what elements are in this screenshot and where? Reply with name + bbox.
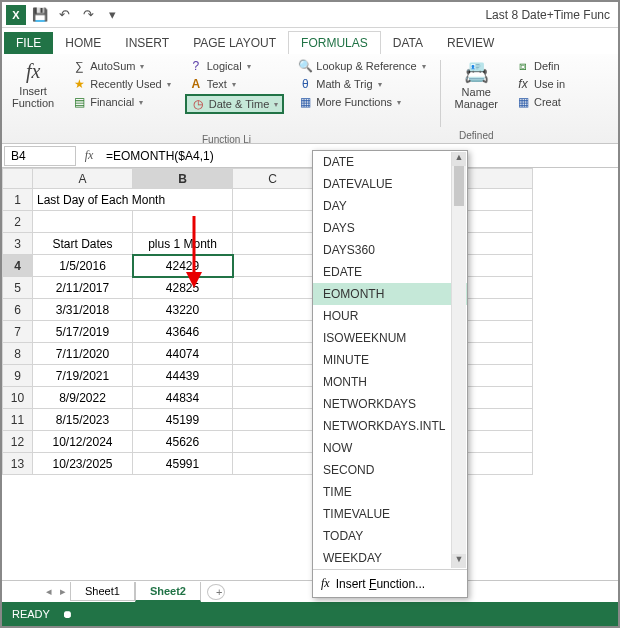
row-header-12[interactable]: 12: [3, 431, 33, 453]
menu-item-minute[interactable]: MINUTE: [313, 349, 467, 371]
cell-A7[interactable]: 5/17/2019: [33, 321, 133, 343]
scroll-up-icon[interactable]: ▲: [452, 152, 466, 166]
cell-A1[interactable]: Last Day of Each Month: [33, 189, 233, 211]
menu-item-eomonth[interactable]: EOMONTH: [313, 283, 467, 305]
menu-item-datevalue[interactable]: DATEVALUE: [313, 173, 467, 195]
sheet-nav-prev[interactable]: ◂: [42, 585, 56, 598]
menu-item-month[interactable]: MONTH: [313, 371, 467, 393]
sheet-tab-sheet2[interactable]: Sheet2: [135, 582, 201, 602]
scroll-thumb[interactable]: [454, 166, 464, 206]
row-header-9[interactable]: 9: [3, 365, 33, 387]
cell-A9[interactable]: 7/19/2021: [33, 365, 133, 387]
menu-item-hour[interactable]: HOUR: [313, 305, 467, 327]
cell-C2[interactable]: [233, 211, 313, 233]
logical-button[interactable]: ?Logical▾: [185, 58, 285, 74]
cell-C3[interactable]: [233, 233, 313, 255]
menu-item-day[interactable]: DAY: [313, 195, 467, 217]
worksheet-grid[interactable]: ABCDE1Last Day of Each Month23Start Date…: [2, 168, 618, 572]
cell-A5[interactable]: 2/11/2017: [33, 277, 133, 299]
cell-A3[interactable]: Start Dates: [33, 233, 133, 255]
text-button[interactable]: AText▾: [185, 76, 285, 92]
undo-icon[interactable]: ↶: [56, 7, 72, 23]
row-header-5[interactable]: 5: [3, 277, 33, 299]
cell-A2[interactable]: [33, 211, 133, 233]
row-header-4[interactable]: 4: [3, 255, 33, 277]
cell-B4[interactable]: 42429: [133, 255, 233, 277]
cell-B10[interactable]: 44834: [133, 387, 233, 409]
dropdown-scrollbar[interactable]: ▲ ▼: [451, 152, 466, 568]
save-icon[interactable]: 💾: [32, 7, 48, 23]
cell-A8[interactable]: 7/11/2020: [33, 343, 133, 365]
cell-C10[interactable]: [233, 387, 313, 409]
cell-A11[interactable]: 8/15/2023: [33, 409, 133, 431]
cell-B6[interactable]: 43220: [133, 299, 233, 321]
create-from-selection-button[interactable]: ▦Creat: [512, 94, 569, 110]
cell-B3[interactable]: plus 1 Month: [133, 233, 233, 255]
menu-item-isoweeknum[interactable]: ISOWEEKNUM: [313, 327, 467, 349]
financial-button[interactable]: ▤Financial▾: [68, 94, 175, 110]
cell-C4[interactable]: [233, 255, 313, 277]
menu-item-networkdays[interactable]: NETWORKDAYS: [313, 393, 467, 415]
tab-home[interactable]: HOME: [53, 32, 113, 54]
column-header-B[interactable]: B: [133, 169, 233, 189]
sheet-nav-next[interactable]: ▸: [56, 585, 70, 598]
cell-C1[interactable]: [233, 189, 313, 211]
menu-item-edate[interactable]: EDATE: [313, 261, 467, 283]
use-in-formula-button[interactable]: fxUse in: [512, 76, 569, 92]
name-box[interactable]: B4: [4, 146, 76, 166]
row-header-13[interactable]: 13: [3, 453, 33, 475]
define-name-button[interactable]: ⧈Defin: [512, 58, 569, 74]
cell-C12[interactable]: [233, 431, 313, 453]
cell-C7[interactable]: [233, 321, 313, 343]
scroll-down-icon[interactable]: ▼: [452, 554, 466, 568]
lookup-button[interactable]: 🔍Lookup & Reference▾: [294, 58, 429, 74]
cell-A4[interactable]: 1/5/2016: [33, 255, 133, 277]
tab-file[interactable]: FILE: [4, 32, 53, 54]
cell-C8[interactable]: [233, 343, 313, 365]
cell-B11[interactable]: 45199: [133, 409, 233, 431]
insert-function-button[interactable]: fx Insert Function: [8, 58, 58, 111]
menu-item-today[interactable]: TODAY: [313, 525, 467, 547]
fx-button[interactable]: fx: [78, 148, 100, 163]
menu-item-second[interactable]: SECOND: [313, 459, 467, 481]
menu-item-now[interactable]: NOW: [313, 437, 467, 459]
tab-data[interactable]: DATA: [381, 32, 435, 54]
macro-record-icon[interactable]: ⏺: [62, 608, 73, 620]
cell-B9[interactable]: 44439: [133, 365, 233, 387]
more-functions-button[interactable]: ▦More Functions▾: [294, 94, 429, 110]
autosum-button[interactable]: ∑AutoSum▾: [68, 58, 175, 74]
recently-used-button[interactable]: ★Recently Used▾: [68, 76, 175, 92]
menu-item-time[interactable]: TIME: [313, 481, 467, 503]
qat-customize-icon[interactable]: ▾: [104, 7, 120, 23]
sheet-tab-sheet1[interactable]: Sheet1: [70, 582, 135, 601]
row-header-11[interactable]: 11: [3, 409, 33, 431]
menu-item-timevalue[interactable]: TIMEVALUE: [313, 503, 467, 525]
cell-A10[interactable]: 8/9/2022: [33, 387, 133, 409]
tab-insert[interactable]: INSERT: [113, 32, 181, 54]
column-header-C[interactable]: C: [233, 169, 313, 189]
row-header-8[interactable]: 8: [3, 343, 33, 365]
menu-item-date[interactable]: DATE: [313, 151, 467, 173]
row-header-6[interactable]: 6: [3, 299, 33, 321]
date-time-button[interactable]: ◷Date & Time▾: [185, 94, 285, 114]
menu-item-networkdays-intl[interactable]: NETWORKDAYS.INTL: [313, 415, 467, 437]
cell-C13[interactable]: [233, 453, 313, 475]
row-header-7[interactable]: 7: [3, 321, 33, 343]
math-button[interactable]: θMath & Trig▾: [294, 76, 429, 92]
row-header-1[interactable]: 1: [3, 189, 33, 211]
menu-item-days[interactable]: DAYS: [313, 217, 467, 239]
name-manager-button[interactable]: 📇 Name Manager: [451, 58, 502, 112]
tab-page-layout[interactable]: PAGE LAYOUT: [181, 32, 288, 54]
cell-A12[interactable]: 10/12/2024: [33, 431, 133, 453]
cell-C9[interactable]: [233, 365, 313, 387]
cell-B2[interactable]: [133, 211, 233, 233]
row-header-10[interactable]: 10: [3, 387, 33, 409]
redo-icon[interactable]: ↷: [80, 7, 96, 23]
menu-item-days360[interactable]: DAYS360: [313, 239, 467, 261]
cell-A13[interactable]: 10/23/2025: [33, 453, 133, 475]
cell-C6[interactable]: [233, 299, 313, 321]
cell-B12[interactable]: 45626: [133, 431, 233, 453]
row-header-3[interactable]: 3: [3, 233, 33, 255]
cell-A6[interactable]: 3/31/2018: [33, 299, 133, 321]
tab-formulas[interactable]: FORMULAS: [288, 31, 381, 54]
